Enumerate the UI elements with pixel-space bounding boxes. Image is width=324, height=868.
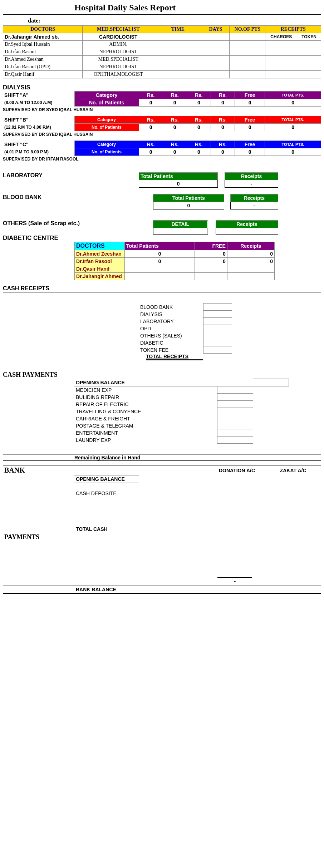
rs-h: Rs. (139, 141, 163, 148)
cr-item: OPD (139, 325, 203, 332)
others-table: DETAILReceipts (153, 220, 278, 235)
cr-val (203, 346, 232, 354)
val: 0 (163, 124, 187, 131)
bank-opening: OPENING BALANCE (74, 475, 139, 483)
total-h: TOTAL PTS. (265, 92, 321, 99)
cat-h: Category (74, 92, 139, 99)
bank-val (217, 490, 252, 497)
cell (202, 33, 230, 41)
doc-row-3: Dr.Ahmed ZeeshanMED.SPECIALIST (3, 56, 321, 63)
doc-row-4: Dr.Irfan Rasool (OPD)NEPHROLOGIST (3, 63, 321, 71)
shift-c-time: (4.01 P.M TO 8.00 P.M) (3, 148, 74, 156)
cr-item: DIALYSIS (139, 311, 203, 318)
doc-row-0: Dr.Jahangir Ahmed sb. CARDIOLOGIST CHARG… (3, 33, 321, 41)
doc-spec: NEPHROLOGIST (83, 63, 154, 71)
val: 0 (187, 148, 211, 156)
val: 0 (163, 148, 187, 156)
rs-h: Rs. (163, 92, 187, 99)
diab-h-free: FREE (195, 242, 227, 250)
bank-cashdep: CASH DEPOSITE (74, 490, 139, 497)
rs-h: Rs. (187, 141, 211, 148)
doc-name: Dr.Syed Iqbal Hussain (3, 41, 83, 48)
val: 0 (235, 124, 265, 131)
diab-free (195, 265, 227, 273)
lab-h1: Total Patients (139, 173, 218, 180)
diab-doc: Dr.Ahmed Zeeshan (75, 250, 125, 258)
shift-a-table: SHIFT "A" Category Rs. Rs. Rs. Rs. Free … (3, 91, 321, 107)
cr-val (203, 332, 232, 339)
doctors-table: DOCTORS MED.SPECIALIST TIME DAYS NO.OF P… (3, 25, 321, 79)
shift-c-table: SHIFT "C" Category Rs. Rs. Rs. Rs. Free … (3, 140, 321, 156)
diab-h-rec: Receipts (227, 242, 274, 250)
num-label: No. of Patients (74, 124, 139, 131)
cr-item: LABORATORY (139, 318, 203, 325)
diab-row-2: Dr.Qasir Hanif (75, 265, 275, 273)
shift-b-name: SHIFT "B" (3, 116, 74, 124)
rs-h: Rs. (187, 116, 211, 124)
diab-rec: 0 (227, 250, 274, 258)
diabetic-table: DOCTORS Total Patients FREE Receipts Dr.… (74, 242, 275, 280)
doc-spec: MED.SPECIALIST (83, 56, 154, 63)
doc-name: Dr.Ahmed Zeeshan (3, 56, 83, 63)
shift-c-name: SHIFT "C" (3, 141, 74, 148)
doc-name: Dr.Irfan Rasool (3, 48, 83, 56)
lab-table: Total PatientsReceipts 0- (139, 172, 278, 188)
val: 0 (211, 148, 235, 156)
doc-name: Dr.Qasir Hanif (3, 71, 83, 79)
diab-free: 0 (195, 250, 227, 258)
lab-v1: 0 (139, 180, 218, 188)
cash-receipts-title: CASH RECEIPTS (3, 280, 321, 292)
cp-val (217, 408, 253, 415)
zakat-label: ZAKAT A/C (279, 465, 321, 475)
diab-doc: Dr.Qasir Hanif (75, 265, 125, 273)
report-title: Hospital Daily Sales Report (3, 3, 321, 15)
cp-item: ENTERTAINMENT (74, 429, 217, 437)
cp-val (217, 386, 253, 394)
cp-item: LAUNDRY EXP (74, 437, 217, 444)
shift-a-sup: SUPERVISED BY DR SYED IQBAL HUSSAIN (3, 107, 321, 116)
donation-label: DONATION A/C (217, 465, 274, 475)
cp-val (217, 437, 253, 444)
bb-h1: Total Patients (153, 194, 224, 202)
dialysis-title: DIALYSIS (3, 79, 321, 91)
doc-name: Dr.Jahangir Ahmed sb. (3, 33, 83, 41)
date-label: date: (3, 15, 321, 25)
val: 0 (235, 99, 265, 107)
bb-v2: - (230, 202, 278, 209)
col-nopts: NO.OF PTS (230, 26, 265, 33)
cp-val (253, 379, 289, 386)
diab-tp (125, 265, 195, 273)
cp-val (217, 415, 253, 422)
cat-h: Category (74, 141, 139, 148)
rs-h: Rs. (163, 116, 187, 124)
bank-title: BANK (3, 465, 74, 475)
cr-val (203, 325, 232, 332)
cp-item: BULIDING REPAIR (74, 394, 217, 401)
diab-doc: Dr.Irfan Rasool (75, 258, 125, 265)
cp-val (217, 394, 253, 401)
diab-h-doc: DOCTORS (75, 242, 125, 250)
val: 0 (187, 99, 211, 107)
val: 0 (235, 148, 265, 156)
cp-item: MEDICIEN EXP (74, 386, 217, 394)
others-title: OTHERS (Sale of Scrap etc.) (3, 220, 153, 235)
rs-h: Rs. (211, 116, 235, 124)
cr-item: OTHERS (SALES) (139, 332, 203, 339)
doc-row-2: Dr.Irfan RasoolNEPHROLOGIST (3, 48, 321, 56)
val: 0 (187, 124, 211, 131)
rs-h: Rs. (211, 141, 235, 148)
doc-spec: NEPHROLOGIST (83, 48, 154, 56)
val: 0 (211, 99, 235, 107)
rs-h: Rs. (139, 116, 163, 124)
cr-val (203, 339, 232, 346)
bank-dash: - (217, 577, 252, 586)
cat-h: Category (74, 116, 139, 124)
doc-spec: CARDIOLOGIST (83, 33, 154, 41)
cash-payments-title: CASH PAYMENTS (3, 368, 321, 379)
cr-item: BLOOD BANK (139, 304, 203, 311)
diab-free: 0 (195, 258, 227, 265)
val: 0 (211, 124, 235, 131)
cp-item: TRAVELLING & CONYENCE (74, 408, 217, 415)
num-label: No. of Patients (74, 99, 139, 107)
charges-label: CHARGES (265, 33, 297, 41)
